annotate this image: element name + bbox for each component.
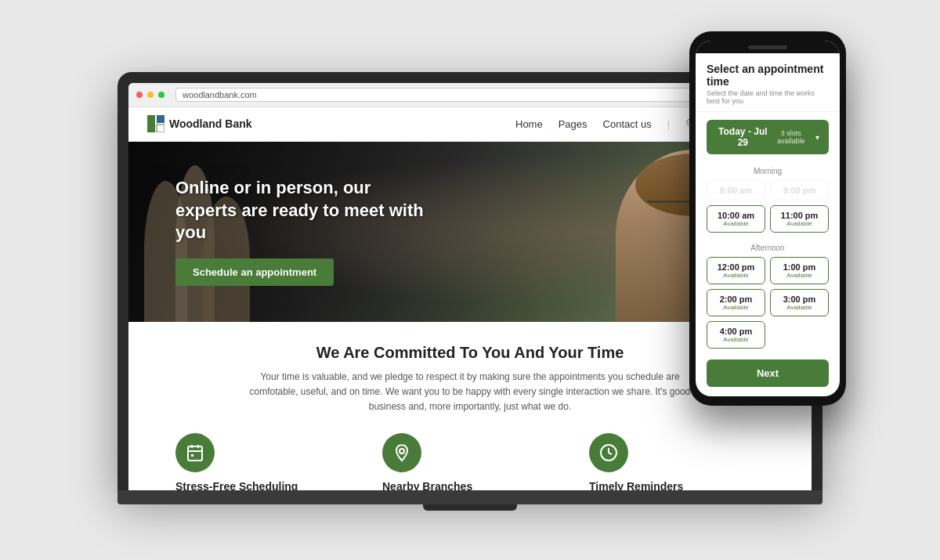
branches-title: Nearby Branches: [382, 480, 558, 490]
nav-divider: |: [667, 118, 670, 130]
available-label: Available: [777, 272, 822, 279]
features-row: Stress-Free Scheduling Our online schedu…: [160, 433, 780, 490]
browser-maximize-dot: [158, 92, 164, 98]
available-label: Available: [714, 220, 758, 227]
time-slot-400pm[interactable]: 4:00 pm Available: [707, 321, 765, 349]
site-logo: Woodland Bank: [147, 115, 252, 132]
time-value: 1:00 pm: [777, 262, 822, 272]
time-slot-100pm[interactable]: 1:00 pm Available: [770, 257, 829, 284]
morning-time-grid: 8:00 am 9:00 pm 10:00 am Available 11:00…: [696, 180, 840, 239]
morning-section-label: Morning: [696, 162, 840, 180]
appointment-subtitle: Select the date and time the works best …: [707, 89, 829, 105]
scheduling-title: Stress-Free Scheduling: [175, 480, 351, 490]
logo-text: Woodland Bank: [169, 117, 252, 130]
time-value: 3:00 pm: [777, 294, 822, 304]
phone-screen: Select an appointment time Select the da…: [696, 41, 840, 396]
feature-reminders: Timely Reminders Our automated confirmat…: [573, 433, 780, 490]
laptop-base: [118, 490, 822, 504]
phone-mockup: Select an appointment time Select the da…: [689, 31, 846, 406]
time-slot-200pm[interactable]: 2:00 pm Available: [707, 289, 765, 316]
nav-home[interactable]: Home: [515, 118, 543, 130]
browser-minimize-dot: [147, 92, 154, 98]
schedule-appointment-button[interactable]: Schedule an appointment: [175, 258, 334, 286]
hero-content: Online or in person, our experts are rea…: [128, 177, 481, 286]
time-slot-1100pm[interactable]: 11:00 pm Available: [770, 205, 829, 233]
appointment-header: Select an appointment time Select the da…: [696, 53, 840, 112]
logo-icon: [147, 115, 164, 132]
commitment-description: Your time is valuable, and we pledge to …: [235, 370, 705, 415]
branches-icon: [382, 433, 421, 472]
today-date-button[interactable]: Today - Jul 29 3 slots available ▾: [707, 120, 829, 154]
time-value: 8:00 am: [714, 186, 758, 195]
time-value: 4:00 pm: [714, 327, 758, 336]
afternoon-time-grid: 12:00 pm Available 1:00 pm Available 2:0…: [696, 257, 840, 355]
hero-title: Online or in person, our experts are rea…: [175, 177, 434, 244]
time-slot-1200pm[interactable]: 12:00 pm Available: [707, 257, 765, 284]
afternoon-section-label: Afternoon: [696, 239, 840, 257]
commitment-title: We Are Committed To You And Your Time: [160, 344, 780, 362]
scheduling-icon: [175, 433, 215, 472]
today-date-label: Today - Jul 29: [716, 126, 770, 148]
time-slot-900pm[interactable]: 9:00 pm: [770, 180, 829, 201]
appointment-title: Select an appointment time: [707, 63, 829, 88]
time-value: 12:00 pm: [714, 262, 758, 272]
available-label: Available: [714, 272, 758, 279]
available-label: Available: [714, 304, 758, 311]
time-slot-300pm[interactable]: 3:00 pm Available: [770, 289, 829, 316]
reminders-icon: [589, 433, 628, 472]
time-value: 11:00 pm: [777, 211, 822, 220]
nav-pages[interactable]: Pages: [559, 118, 588, 130]
svg-rect-0: [147, 115, 155, 132]
next-button[interactable]: Next: [707, 359, 829, 387]
reminders-title: Timely Reminders: [589, 480, 765, 490]
svg-rect-3: [188, 446, 202, 461]
time-slot-800am[interactable]: 8:00 am: [707, 180, 765, 201]
phone-notch-bar: [748, 45, 787, 49]
time-value: 2:00 pm: [714, 294, 758, 304]
available-label: Available: [777, 220, 822, 227]
time-value: 10:00 am: [714, 211, 758, 220]
svg-rect-1: [157, 115, 164, 123]
available-label: Available: [714, 336, 758, 343]
nav-contact[interactable]: Contact us: [603, 118, 652, 130]
svg-rect-2: [157, 125, 164, 132]
phone-notch: [696, 41, 840, 53]
browser-close-dot: [136, 92, 143, 98]
feature-scheduling: Stress-Free Scheduling Our online schedu…: [160, 433, 367, 490]
svg-rect-7: [191, 454, 193, 457]
time-value: 9:00 pm: [777, 186, 822, 195]
available-label: Available: [777, 304, 822, 311]
today-slots-label: 3 slots available: [770, 129, 812, 145]
feature-branches: Nearby Branches We make it easy to choos…: [367, 433, 573, 490]
svg-point-8: [400, 449, 404, 453]
chevron-down-icon: ▾: [815, 133, 819, 142]
phone-outer: Select an appointment time Select the da…: [689, 31, 846, 406]
time-slot-1000am[interactable]: 10:00 am Available: [707, 205, 765, 233]
